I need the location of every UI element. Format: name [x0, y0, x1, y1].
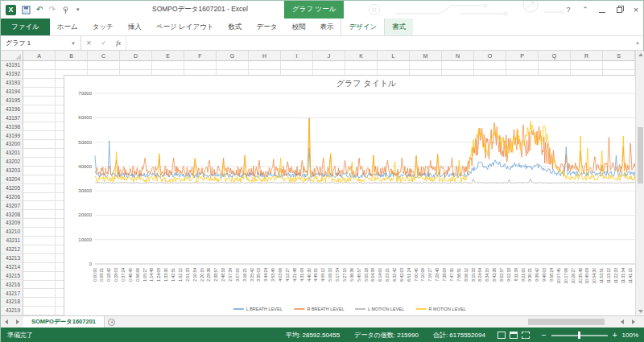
- row-header-43198[interactable]: 43198: [1, 122, 23, 131]
- horizontal-scrollbar[interactable]: [444, 316, 644, 328]
- row-header-43200[interactable]: 43200: [1, 140, 23, 149]
- column-header-P[interactable]: P: [506, 51, 539, 61]
- row-header-43216[interactable]: 43216: [1, 280, 23, 289]
- scroll-right-icon[interactable]: [632, 319, 635, 324]
- row-header-43212[interactable]: 43212: [1, 245, 23, 254]
- column-header-E[interactable]: E: [152, 51, 184, 61]
- row-header-43203[interactable]: 43203: [1, 167, 23, 175]
- next-sheet-icon[interactable]: [16, 319, 19, 324]
- column-header-C[interactable]: C: [88, 51, 120, 61]
- row-header-43211[interactable]: 43211: [1, 237, 23, 245]
- redo-icon[interactable]: ↷: [48, 6, 55, 14]
- vertical-scrollbar[interactable]: [635, 51, 644, 315]
- row-header-43218[interactable]: 43218: [1, 298, 23, 307]
- ribbon-tab-表示[interactable]: 表示: [312, 19, 341, 35]
- zoom-out-icon[interactable]: −: [542, 332, 547, 340]
- column-header-D[interactable]: D: [120, 51, 152, 61]
- ribbon-tab-ページ レイアウト[interactable]: ページ レイアウト: [149, 19, 221, 35]
- row-header-43210[interactable]: 43210: [1, 228, 23, 237]
- column-header-N[interactable]: N: [442, 51, 474, 61]
- row-header-43196[interactable]: 43196: [1, 105, 23, 113]
- touch-mode-icon[interactable]: [61, 6, 70, 14]
- row-header-43195[interactable]: 43195: [1, 97, 23, 105]
- page-break-view-icon[interactable]: [522, 332, 530, 339]
- row-header-43197[interactable]: 43197: [1, 113, 23, 122]
- row-header-43204[interactable]: 43204: [1, 175, 23, 184]
- row-header-43208[interactable]: 43208: [1, 210, 23, 219]
- undo-icon[interactable]: ↶: [36, 6, 43, 14]
- row-header-43213[interactable]: 43213: [1, 254, 23, 263]
- enter-icon[interactable]: ✓: [101, 39, 107, 47]
- qat-dropdown-icon[interactable]: ▼: [76, 7, 80, 12]
- prev-sheet-icon[interactable]: [5, 319, 8, 324]
- cancel-icon[interactable]: ✕: [86, 39, 92, 47]
- row-header-43193[interactable]: 43193: [1, 79, 23, 88]
- chart-object[interactable]: 010000200003000040000500006000070000グラフ …: [64, 75, 644, 323]
- column-header-K[interactable]: K: [345, 51, 378, 61]
- zoom-slider[interactable]: [551, 335, 608, 336]
- add-sheet-button[interactable]: +: [105, 316, 119, 328]
- ribbon-tab-数式[interactable]: 数式: [221, 19, 250, 35]
- zoom-slider-thumb[interactable]: [578, 332, 580, 339]
- scroll-down-icon[interactable]: [638, 310, 643, 313]
- column-header-S[interactable]: S: [603, 51, 635, 61]
- row-header-43209[interactable]: 43209: [1, 219, 23, 228]
- ribbon-tab-データ[interactable]: データ: [250, 19, 285, 35]
- column-header-Q[interactable]: Q: [539, 51, 571, 61]
- ribbon-context-tab-書式[interactable]: 書式: [385, 19, 413, 35]
- column-header-H[interactable]: H: [249, 51, 281, 61]
- row-header-43199[interactable]: 43199: [1, 131, 23, 140]
- row-header-43201[interactable]: 43201: [1, 149, 23, 158]
- column-header-O[interactable]: O: [474, 51, 506, 61]
- row-header-43206[interactable]: 43206: [1, 192, 23, 201]
- vertical-scroll-thumb[interactable]: [638, 127, 643, 183]
- cell-grid[interactable]: 010000200003000040000500006000070000グラフ …: [23, 61, 635, 315]
- formula-input[interactable]: [126, 36, 632, 50]
- column-header-A[interactable]: A: [23, 51, 56, 61]
- page-layout-view-icon[interactable]: [510, 332, 518, 339]
- row-header-43192[interactable]: 43192: [1, 70, 23, 79]
- column-header-I[interactable]: I: [281, 51, 313, 61]
- excel-app-icon[interactable]: X: [6, 5, 16, 15]
- name-box[interactable]: グラフ 1 ▼: [1, 36, 81, 50]
- restore-icon[interactable]: [614, 5, 624, 14]
- column-header-B[interactable]: B: [56, 51, 88, 61]
- row-header-43219[interactable]: 43219: [1, 307, 23, 315]
- horizontal-scroll-thumb[interactable]: [528, 319, 605, 325]
- row-header-43202[interactable]: 43202: [1, 158, 23, 167]
- name-box-dropdown-icon[interactable]: ▼: [71, 41, 76, 46]
- ribbon-tab-タッチ[interactable]: タッチ: [85, 19, 121, 35]
- scroll-left-icon[interactable]: [621, 319, 624, 324]
- column-header-L[interactable]: L: [378, 51, 410, 61]
- row-header-43205[interactable]: 43205: [1, 183, 23, 192]
- scroll-up-icon[interactable]: [638, 53, 643, 56]
- row-header-43215[interactable]: 43215: [1, 271, 23, 280]
- ribbon-display-options-icon[interactable]: ⌃: [580, 5, 590, 14]
- row-header-43191[interactable]: 43191: [1, 61, 23, 70]
- ribbon-tab-校閲[interactable]: 校閲: [284, 19, 312, 35]
- ribbon-context-tab-デザイン[interactable]: デザイン: [341, 19, 385, 35]
- column-header-M[interactable]: M: [410, 51, 442, 61]
- close-icon[interactable]: ×: [631, 5, 641, 14]
- save-icon[interactable]: [22, 6, 31, 14]
- column-header-G[interactable]: G: [217, 51, 249, 61]
- column-header-J[interactable]: J: [313, 51, 345, 61]
- formula-bar-expand-icon[interactable]: ▼: [632, 36, 643, 50]
- minimize-icon[interactable]: [597, 5, 607, 14]
- row-header-43217[interactable]: 43217: [1, 289, 23, 298]
- ribbon-tab-挿入[interactable]: 挿入: [121, 19, 149, 35]
- column-header-F[interactable]: F: [184, 51, 217, 61]
- normal-view-icon[interactable]: [497, 332, 506, 339]
- ribbon-tab-ホーム[interactable]: ホーム: [50, 19, 85, 35]
- zoom-level[interactable]: 100%: [622, 332, 638, 339]
- row-header-43214[interactable]: 43214: [1, 262, 23, 271]
- row-header-43207[interactable]: 43207: [1, 201, 23, 210]
- zoom-in-icon[interactable]: +: [613, 332, 617, 340]
- ribbon-tab-file[interactable]: ファイル: [1, 19, 50, 35]
- select-all-corner[interactable]: [1, 51, 23, 61]
- help-icon[interactable]: ?: [564, 5, 573, 14]
- row-header-43194[interactable]: 43194: [1, 88, 23, 97]
- sheet-tab-active[interactable]: SOMPOデータ1607201: [23, 316, 105, 328]
- column-header-R[interactable]: R: [571, 51, 603, 61]
- insert-function-icon[interactable]: fx: [116, 39, 121, 47]
